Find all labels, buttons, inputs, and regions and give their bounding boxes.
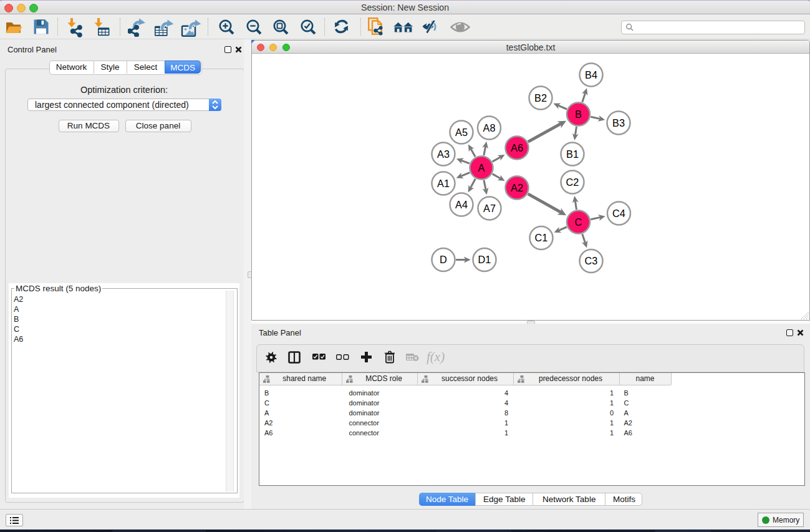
svg-text:B4: B4 [585, 69, 597, 80]
svg-text:B3: B3 [612, 117, 625, 128]
svg-text:A7: A7 [483, 203, 496, 214]
svg-text:B: B [575, 109, 582, 120]
svg-text:A4: A4 [455, 199, 468, 210]
svg-text:A1: A1 [437, 178, 450, 189]
svg-text:A2: A2 [511, 182, 523, 193]
svg-text:C3: C3 [585, 255, 598, 266]
svg-text:C1: C1 [535, 232, 548, 243]
svg-text:C4: C4 [612, 208, 625, 219]
svg-text:A5: A5 [455, 127, 468, 138]
svg-text:C: C [575, 216, 582, 228]
svg-text:B1: B1 [566, 148, 579, 160]
svg-text:A6: A6 [511, 142, 523, 153]
svg-text:A: A [478, 162, 485, 173]
svg-text:D1: D1 [478, 254, 491, 265]
svg-text:D: D [440, 254, 447, 265]
svg-text:C2: C2 [566, 177, 579, 188]
svg-text:A8: A8 [483, 122, 496, 133]
svg-text:B2: B2 [534, 92, 547, 104]
svg-text:A3: A3 [437, 148, 450, 160]
